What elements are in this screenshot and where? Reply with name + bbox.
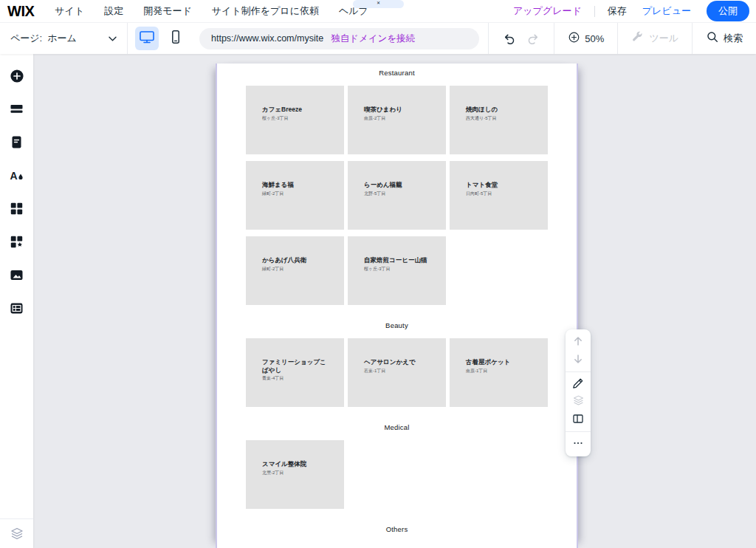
listing-name: らーめん福籠 bbox=[364, 181, 434, 189]
arrow-down-icon bbox=[572, 353, 584, 367]
mobile-view-button[interactable] bbox=[164, 27, 188, 50]
divider bbox=[594, 6, 595, 17]
layers-icon bbox=[572, 394, 585, 409]
redo-button[interactable] bbox=[526, 32, 540, 46]
listing-card[interactable]: トマト食堂日向町-5丁目 bbox=[450, 161, 548, 230]
topbar-menu-item[interactable]: 開発モード bbox=[143, 4, 192, 18]
tools-button[interactable]: ツール bbox=[618, 23, 692, 54]
add-icon[interactable] bbox=[0, 59, 33, 92]
section-title[interactable]: Restaurant bbox=[217, 69, 577, 78]
site-page-canvas[interactable]: RestaurantカフェBreeze桜ヶ丘-3丁目喫茶ひまわり南原-2丁目焼肉… bbox=[216, 64, 578, 548]
listing-card[interactable]: からあげ八兵衛緑町-2丁目 bbox=[246, 236, 344, 305]
wix-logo[interactable]: WIX bbox=[7, 3, 34, 20]
layout-button[interactable] bbox=[566, 411, 591, 428]
listing-name: スマイル整体院 bbox=[262, 460, 332, 468]
wrench-icon bbox=[631, 30, 645, 47]
upgrade-link[interactable]: アップグレード bbox=[513, 4, 582, 18]
listing-name: 焼肉ほしの bbox=[466, 106, 536, 114]
preview-button[interactable]: プレビュー bbox=[642, 4, 691, 18]
zoom-plus-icon bbox=[568, 31, 580, 47]
tools-label: ツール bbox=[649, 32, 678, 45]
listing-card[interactable]: カフェBreeze桜ヶ丘-3丁目 bbox=[246, 86, 344, 154]
arrow-up-button[interactable] bbox=[566, 333, 591, 351]
cms-icon[interactable] bbox=[0, 292, 33, 325]
widgets-icon[interactable] bbox=[0, 225, 33, 258]
topbar-menu-item[interactable]: 設定 bbox=[104, 4, 123, 18]
arrow-up-icon bbox=[572, 335, 584, 349]
app-market-icon[interactable] bbox=[0, 192, 33, 225]
listing-grid: カフェBreeze桜ヶ丘-3丁目喫茶ひまわり南原-2丁目焼肉ほしの西大通り-5丁… bbox=[246, 86, 548, 305]
search-button[interactable]: 検索 bbox=[693, 23, 756, 54]
listing-card[interactable]: ヘアサロンかえで若葉-1丁目 bbox=[348, 338, 446, 407]
topbar-menu-item[interactable]: サイト制作をプロに依頼 bbox=[212, 4, 319, 18]
listing-address: 北里-2丁目 bbox=[262, 470, 332, 476]
listing-address: 南原-2丁目 bbox=[364, 116, 434, 121]
listing-grid: スマイル整体院北里-2丁目 bbox=[246, 440, 548, 509]
publish-button[interactable]: 公開 bbox=[707, 1, 749, 21]
undo-redo-group bbox=[489, 23, 554, 54]
layers-button[interactable] bbox=[566, 393, 591, 411]
listing-name: 喫茶ひまわり bbox=[364, 106, 434, 114]
zoom-level: 50% bbox=[585, 33, 604, 44]
site-url: https://www.wix.com/mysite bbox=[211, 33, 323, 44]
listing-address: 北野-5丁目 bbox=[364, 191, 434, 196]
divider bbox=[566, 431, 591, 432]
listing-name: 海鮮まる福 bbox=[262, 181, 332, 189]
chevron-down-icon bbox=[109, 36, 117, 41]
listing-name: カフェBreeze bbox=[262, 106, 332, 114]
desktop-view-button[interactable] bbox=[135, 27, 159, 50]
media-icon[interactable] bbox=[0, 258, 33, 292]
pencil-icon bbox=[572, 377, 584, 391]
svg-text:A: A bbox=[10, 170, 17, 182]
topbar-menu-item[interactable]: サイト bbox=[55, 4, 84, 18]
search-icon bbox=[706, 30, 719, 47]
layers-icon[interactable] bbox=[0, 518, 33, 548]
listing-card[interactable]: スマイル整体院北里-2丁目 bbox=[246, 440, 344, 509]
site-section-others[interactable]: Others bbox=[217, 525, 577, 534]
add-section-icon[interactable] bbox=[0, 92, 33, 126]
listing-address: 日向町-5丁目 bbox=[466, 191, 536, 196]
site-url-bar[interactable]: https://www.wix.com/mysite 独自ドメインを接続 bbox=[199, 28, 479, 49]
pages-icon[interactable] bbox=[0, 126, 33, 159]
more-button[interactable] bbox=[566, 435, 591, 453]
tooltip-caret-icon: ✕ bbox=[377, 0, 380, 7]
section-title[interactable]: Beauty bbox=[217, 321, 577, 330]
listing-card[interactable]: 古着屋ポケット南原-1丁目 bbox=[450, 338, 548, 407]
site-design-icon[interactable]: A bbox=[0, 159, 33, 192]
listing-card[interactable]: ファミリーショップこばやし青葉-4丁目 bbox=[246, 338, 344, 407]
listing-address: 緑町-2丁目 bbox=[262, 267, 332, 272]
listing-card[interactable]: 自家焙煎コーヒー山猫桜ヶ丘-3丁目 bbox=[348, 236, 446, 305]
device-toggle bbox=[128, 27, 195, 50]
arrow-down-button[interactable] bbox=[566, 351, 591, 369]
divider bbox=[566, 371, 591, 372]
listing-card[interactable]: 海鮮まる福緑町-2丁目 bbox=[246, 161, 344, 230]
listing-grid: ファミリーショップこばやし青葉-4丁目ヘアサロンかえで若葉-1丁目古着屋ポケット… bbox=[246, 338, 548, 407]
section-floating-toolbar bbox=[566, 329, 591, 456]
pencil-button[interactable] bbox=[566, 375, 591, 393]
undo-button[interactable] bbox=[502, 32, 516, 46]
site-section-medical[interactable]: Medicalスマイル整体院北里-2丁目 bbox=[217, 423, 577, 509]
page-selector-dropdown[interactable]: ページ: ホーム bbox=[0, 23, 127, 54]
section-title[interactable]: Medical bbox=[217, 423, 577, 432]
listing-card[interactable]: 焼肉ほしの西大通り-5丁目 bbox=[450, 86, 548, 154]
save-button[interactable]: 保存 bbox=[608, 4, 627, 18]
topbar-actions: アップグレード 保存 プレビュー 公開 bbox=[513, 1, 756, 21]
zoom-control[interactable]: 50% bbox=[554, 23, 617, 54]
listing-name: ファミリーショップこばやし bbox=[262, 358, 332, 374]
topbar-menu: サイト設定開発モードサイト制作をプロに依頼ヘルプ bbox=[55, 4, 388, 18]
tooltip-remnant: ✕ bbox=[353, 0, 404, 8]
listing-address: 緑町-2丁目 bbox=[262, 191, 332, 196]
connect-domain-link[interactable]: 独自ドメインを接続 bbox=[331, 32, 415, 45]
listing-card[interactable]: らーめん福籠北野-5丁目 bbox=[348, 161, 446, 230]
listing-address: 若葉-1丁目 bbox=[364, 369, 434, 374]
page-selector-value: ホーム bbox=[47, 32, 77, 45]
desktop-icon bbox=[139, 30, 155, 47]
listing-card[interactable]: 喫茶ひまわり南原-2丁目 bbox=[348, 86, 446, 154]
site-section-beauty[interactable]: Beautyファミリーショップこばやし青葉-4丁目ヘアサロンかえで若葉-1丁目古… bbox=[217, 321, 577, 407]
editor-toolbar: ページ: ホーム https://www.wix.com/mysite 独自ドメ… bbox=[0, 22, 756, 54]
listing-name: ヘアサロンかえで bbox=[364, 358, 434, 366]
section-title[interactable]: Others bbox=[217, 525, 577, 534]
listing-name: トマト食堂 bbox=[466, 181, 536, 189]
listing-address: 西大通り-5丁目 bbox=[466, 116, 536, 121]
site-section-restaurant[interactable]: RestaurantカフェBreeze桜ヶ丘-3丁目喫茶ひまわり南原-2丁目焼肉… bbox=[217, 69, 577, 305]
